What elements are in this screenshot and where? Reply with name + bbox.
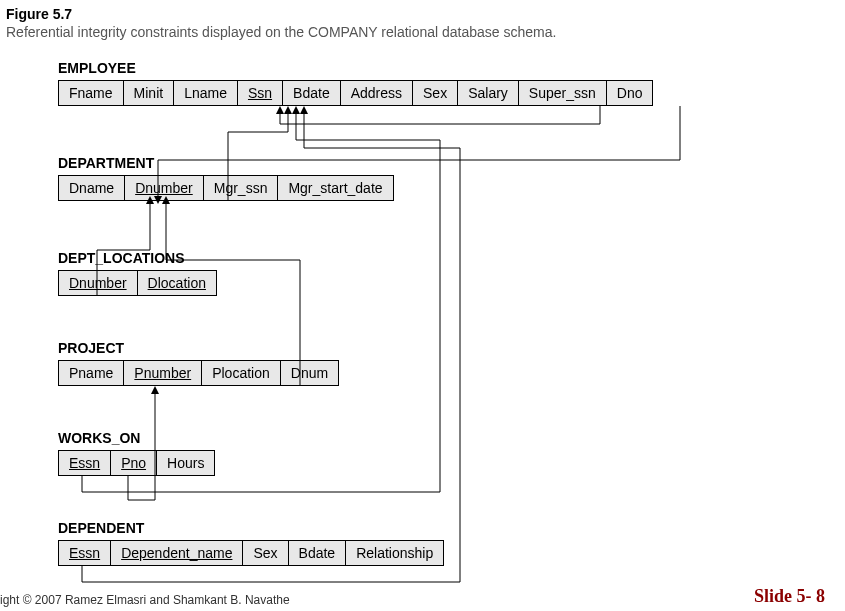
col-employee-fname: Fname [58,80,124,106]
footer-copyright: ight © 2007 Ramez Elmasri and Shamkant B… [0,593,290,607]
table-name-department: DEPARTMENT [58,155,394,171]
slide-number: Slide 5- 8 [754,586,825,607]
figure-caption: Referential integrity constraints displa… [6,24,556,40]
col-dependent-name: Dependent_name [110,540,243,566]
table-works-on: WORKS_ON Essn Pno Hours [58,430,215,476]
col-works-on-pno: Pno [110,450,157,476]
col-department-dnumber: Dnumber [124,175,204,201]
table-name-dependent: DEPENDENT [58,520,444,536]
col-dependent-relationship: Relationship [345,540,444,566]
col-dependent-bdate: Bdate [288,540,347,566]
col-employee-minit: Minit [123,80,175,106]
col-department-dname: Dname [58,175,125,201]
col-employee-super-ssn: Super_ssn [518,80,607,106]
col-works-on-essn: Essn [58,450,111,476]
col-employee-lname: Lname [173,80,238,106]
col-employee-address: Address [340,80,413,106]
table-department: DEPARTMENT Dname Dnumber Mgr_ssn Mgr_sta… [58,155,394,201]
table-name-employee: EMPLOYEE [58,60,653,76]
col-works-on-hours: Hours [156,450,215,476]
col-department-mgr-ssn: Mgr_ssn [203,175,279,201]
col-employee-bdate: Bdate [282,80,341,106]
arrow-super-ssn-to-ssn [280,106,600,124]
col-dependent-sex: Sex [242,540,288,566]
col-project-pnumber: Pnumber [123,360,202,386]
table-employee: EMPLOYEE Fname Minit Lname Ssn Bdate Add… [58,60,653,106]
col-employee-ssn: Ssn [237,80,283,106]
col-project-pname: Pname [58,360,124,386]
col-dept-locations-dlocation: Dlocation [137,270,217,296]
col-dependent-essn: Essn [58,540,111,566]
col-employee-dno: Dno [606,80,654,106]
col-project-dnum: Dnum [280,360,339,386]
table-name-works-on: WORKS_ON [58,430,215,446]
table-name-project: PROJECT [58,340,339,356]
table-dept-locations: DEPT_LOCATIONS Dnumber Dlocation [58,250,217,296]
table-dependent: DEPENDENT Essn Dependent_name Sex Bdate … [58,520,444,566]
col-project-plocation: Plocation [201,360,281,386]
col-employee-salary: Salary [457,80,519,106]
col-department-mgr-start-date: Mgr_start_date [277,175,393,201]
table-name-dept-locations: DEPT_LOCATIONS [58,250,217,266]
figure-title: Figure 5.7 [6,6,72,22]
col-dept-locations-dnumber: Dnumber [58,270,138,296]
table-project: PROJECT Pname Pnumber Plocation Dnum [58,340,339,386]
col-employee-sex: Sex [412,80,458,106]
